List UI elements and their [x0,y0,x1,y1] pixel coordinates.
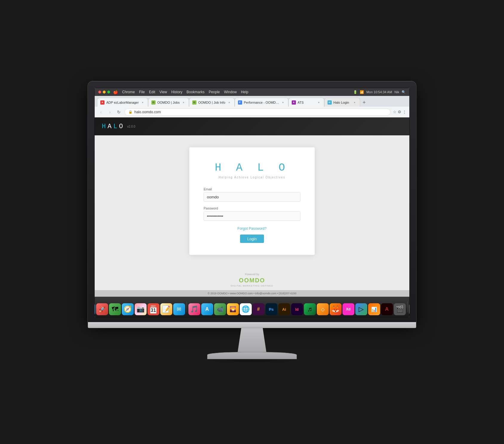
forward-button[interactable]: › [107,109,113,115]
dock-item-claquette[interactable]: 🎬 [394,303,406,315]
dock-item-notes[interactable]: 📝 [160,303,172,315]
monitor: 🍎 Chrome File Edit View History Bookmark… [88,81,416,363]
tab-close-ats[interactable]: × [317,100,321,105]
halo-logo: HALO v2.0.0 [102,123,135,130]
tab-close-adp[interactable]: × [141,100,145,105]
window-menu[interactable]: Window [224,90,237,94]
dock-separator-2 [407,301,408,312]
macos-menu-items: 🍎 Chrome File Edit View History Bookmark… [113,90,248,94]
dock-item-trash[interactable]: 🗑 [409,303,410,315]
maximize-button[interactable] [107,91,110,94]
tab-favicon-performance: P [238,100,242,105]
halo-app-header: HALO v2.0.0 [95,117,409,135]
dock-item-safari[interactable]: 🧭 [122,303,134,315]
dock-separator [187,301,187,312]
tab-oomdo-jobinfo[interactable]: O OOMDO | Job Info × [189,98,235,107]
macos-menubar: 🍎 Chrome File Edit View History Bookmark… [95,88,409,96]
chrome-menu[interactable]: Chrome [122,90,135,94]
tab-close-oomdo[interactable]: × [182,100,186,105]
dock-item-analytics[interactable]: 📊 [368,303,380,315]
tab-title-ats: ATS [298,101,315,104]
history-menu[interactable]: History [171,90,182,94]
password-input[interactable] [204,211,300,221]
close-button[interactable] [98,91,101,94]
tab-close-performance[interactable]: × [281,100,285,105]
tab-performance[interactable]: P Performance - OOMDO - Goo... × [235,98,288,107]
dock-item-music[interactable]: 🎵 [188,303,200,315]
search-icon[interactable]: 🔍 [402,90,406,94]
new-tab-button[interactable]: + [360,98,368,107]
dock-item-launchpad[interactable]: 🚀 [96,303,108,315]
dock-item-photos[interactable]: 📷 [135,303,147,315]
chrome-address-bar: ‹ › ↻ 🔒 halo.oomdo.com ☆ ⚙ ⋮ [95,107,409,117]
dock-item-xd[interactable]: Xd [342,303,354,315]
clock: Mon 10:54:34 AM [366,90,392,94]
dock-item-mail[interactable]: ✉ [173,303,185,315]
address-bar[interactable]: 🔒 halo.oomdo.com [125,108,391,116]
tab-close-halo[interactable]: × [353,100,357,105]
tab-adp[interactable]: A ADP ezLaborManager × [97,98,148,107]
tab-oomdo-jobs[interactable]: O OOMDO | Jobs × [148,98,189,107]
tab-ats[interactable]: A ATS × [288,98,324,107]
dock-item-chrome[interactable]: 🌐 [240,303,252,315]
dock-item-sketch[interactable]: ◇ [317,303,329,315]
login-card: H A L O Helping Achieve Logical Objectiv… [189,147,315,255]
file-menu[interactable]: File [139,90,145,94]
apple-menu[interactable]: 🍎 [113,90,118,94]
dock-item-googleplay[interactable]: ▷ [355,303,367,315]
email-input[interactable] [204,192,300,202]
bookmarks-menu[interactable]: Bookmarks [187,90,205,94]
main-content: H A L O Helping Achieve Logical Objectiv… [95,135,409,267]
copyright-text: © 2019 OOMDO • www.OOMDO.com • info@oomd… [208,292,296,295]
tab-favicon-halo: H [328,100,332,105]
forgot-password-section: Forgot Password? [204,226,300,231]
dock-item-photoshop[interactable]: Ps [265,303,277,315]
tab-close-jobinfo[interactable]: × [227,100,231,105]
monitor-stand-neck [234,328,270,352]
reload-button[interactable]: ↻ [116,109,122,115]
chrome-toolbar-icons: ☆ ⚙ ⋮ [393,110,406,114]
password-label: Password [204,206,300,210]
oomdo-tagline: DIGITAL MARKETING DEFINED [95,284,409,287]
help-menu[interactable]: Help [241,90,248,94]
view-menu[interactable]: View [159,90,167,94]
people-menu[interactable]: People [209,90,220,94]
dock-item-maps[interactable]: 🗺 [109,303,121,315]
halo-version: v2.0.0 [127,125,135,128]
dock-item-appstore[interactable]: A [201,303,213,315]
footer-copyright-bar: © 2019 OOMDO • www.OOMDO.com • info@oomd… [95,290,409,297]
tab-title-jobinfo: OOMDO | Job Info [198,101,225,104]
dock-item-illustrator[interactable]: Ai [278,303,290,315]
macos-status-bar: 🔋 📶 Mon 10:54:34 AM Nik 🔍 [353,90,406,94]
back-button[interactable]: ‹ [98,109,104,115]
dock-item-photos2[interactable]: 🌄 [227,303,239,315]
dock-item-calendar[interactable]: DEC 31 [147,303,159,315]
battery-indicator: 🔋 [353,90,357,94]
dock-item-indesign[interactable]: Id [291,303,303,315]
tab-halo-login[interactable]: H Halo Login × [324,98,360,107]
minimize-button[interactable] [103,91,106,94]
chrome-menu-icon[interactable]: ⋮ [402,110,406,114]
traffic-lights [98,91,110,94]
screen: 🍎 Chrome File Edit View History Bookmark… [94,88,410,317]
tab-title-performance: Performance - OOMDO - Goo... [244,101,279,104]
edit-menu[interactable]: Edit [149,90,155,94]
monitor-base-shadow [204,359,300,363]
forgot-password-link[interactable]: Forgot Password? [237,226,266,231]
dock-item-slack[interactable]: # [253,303,265,315]
dock-item-acrobat[interactable]: A [381,303,393,315]
extensions-icon[interactable]: ⚙ [398,110,401,114]
page-footer: Powered by OOMDO DIGITAL MARKETING DEFIN… [95,267,409,290]
email-label: Email [204,187,300,191]
dock-item-finder[interactable]: 🖥 [95,303,95,315]
wifi-indicator: 📶 [360,90,364,94]
dock-item-facetime[interactable]: 📹 [214,303,226,315]
macos-dock: 🖥 🚀 🗺 🧭 📷 DEC 31 📝 ✉ [95,298,409,315]
bookmark-star-icon[interactable]: ☆ [393,110,397,114]
dock-item-firefox[interactable]: 🦊 [330,303,342,315]
tab-favicon-jobinfo: O [192,100,196,105]
login-halo-subtitle: Helping Achieve Logical Objectives [204,176,300,179]
tab-favicon-oomdo: O [151,100,156,105]
login-button[interactable]: Login [240,235,264,243]
dock-item-spotify[interactable]: ♬ [304,303,316,315]
